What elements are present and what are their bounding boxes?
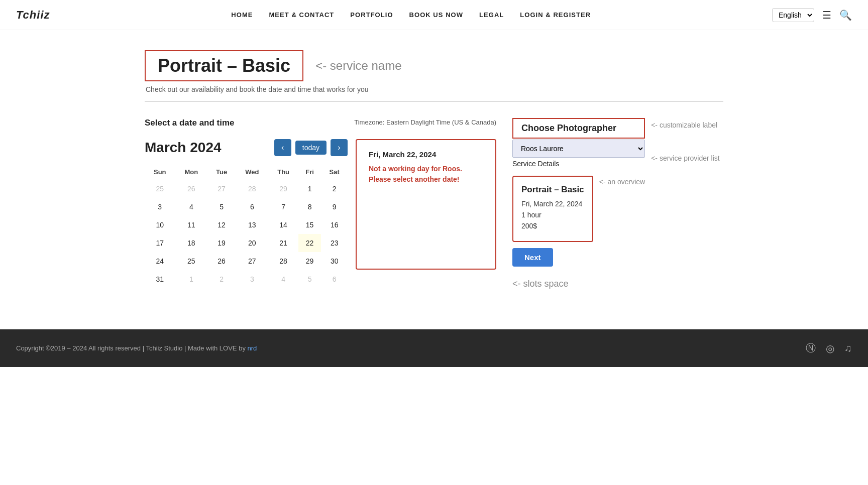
col-sun: Sun [145,164,175,180]
footer-copy: Copyright ©2019 – 2024 All rights reserv… [16,344,257,352]
nav-legal[interactable]: LEGAL [479,11,504,19]
calendar-day[interactable]: 3 [236,270,268,288]
calendar-day[interactable]: 3 [145,198,175,216]
calendar-day[interactable]: 29 [269,180,298,198]
calendar-day[interactable]: 9 [321,198,348,216]
calendar-day[interactable]: 7 [269,198,298,216]
calendar-day[interactable]: 18 [175,234,208,252]
calendar-day[interactable]: 16 [321,216,348,234]
calendar-day[interactable]: 1 [175,270,208,288]
photographer-select[interactable]: Roos Laurore [512,140,645,158]
booking-calendar-wrapper: March 2024 ‹ today › Sun Mon Tue Wed [145,139,496,288]
calendar-day[interactable]: 17 [145,234,175,252]
calendar-day[interactable]: 13 [236,216,268,234]
overview-annotation: <- an overview [599,178,645,186]
nav-login[interactable]: LOGIN & REGISTER [520,11,591,19]
calendar-day[interactable]: 1 [298,180,321,198]
calendar-day[interactable]: 26 [207,252,236,270]
calendar-section: Select a date and time Timezone: Eastern… [145,118,496,288]
instagram-icon[interactable]: ◎ [826,342,834,354]
calendar-day[interactable]: 6 [321,270,348,288]
col-sat: Sat [321,164,348,180]
tiktok-icon[interactable]: ♫ [844,342,852,354]
calendar-day[interactable]: 21 [269,234,298,252]
calendar-day[interactable]: 14 [269,216,298,234]
language-select[interactable]: English French [772,8,814,22]
annotations-col: <- customizable label <- service provide… [651,118,720,162]
calendar-day[interactable]: 8 [298,198,321,216]
calendar-day[interactable]: 28 [236,180,268,198]
page-subtitle: Check out our availability and book the … [146,85,723,93]
slots-annotation: <- slots space [512,279,645,289]
prev-month-button[interactable]: ‹ [274,139,291,156]
search-icon[interactable]: 🔍 [839,9,852,21]
selected-date-panel: Fri, March 22, 2024 Not a working day fo… [356,139,496,270]
calendar-day[interactable]: 28 [269,252,298,270]
divider [145,101,723,102]
calendar-month: March 2024 [145,140,270,156]
next-month-button[interactable]: › [331,139,348,156]
facebook-icon[interactable]: Ⓝ [806,341,816,355]
footer-icons: Ⓝ ◎ ♫ [806,341,852,355]
calendar-day[interactable]: 6 [236,198,268,216]
nav-portfolio[interactable]: PORTFOLIO [350,11,393,19]
selected-date-error: Not a working day for Roos.Please select… [369,164,483,185]
calendar-day[interactable]: 24 [145,252,175,270]
col-tue: Tue [207,164,236,180]
calendar-day[interactable]: 10 [145,216,175,234]
choose-photographer-label: Choose Photographer [512,118,645,139]
photographer-label-row: Choose Photographer Roos Laurore Service… [512,118,723,289]
nav-links: HOME MEET & CONTACT PORTFOLIO BOOK US NO… [231,11,591,19]
calendar-day[interactable]: 2 [207,270,236,288]
col-thu: Thu [269,164,298,180]
nav-meet[interactable]: MEET & CONTACT [269,11,334,19]
next-button[interactable]: Next [512,248,553,267]
service-overview-box: Portrait – Basic Fri, March 22, 2024 1 h… [512,176,593,242]
col-mon: Mon [175,164,208,180]
calendar-day[interactable]: 15 [298,216,321,234]
calendar-day[interactable]: 31 [145,270,175,288]
right-panel-wrapper: Choose Photographer Roos Laurore Service… [512,118,723,289]
calendar-day[interactable]: 25 [145,180,175,198]
calendar-day[interactable]: 4 [175,198,208,216]
calendar-day[interactable]: 22 [298,234,321,252]
photographer-col: Choose Photographer Roos Laurore Service… [512,118,645,289]
calendar-day[interactable]: 25 [175,252,208,270]
calendar-grid: Sun Mon Tue Wed Thu Fri Sat 252627282912… [145,164,348,288]
col-fri: Fri [298,164,321,180]
calendar-day[interactable]: 26 [175,180,208,198]
main-content: Portrait – Basic <- service name Check o… [133,30,735,289]
today-button[interactable]: today [295,141,327,155]
calendar-day[interactable]: 29 [298,252,321,270]
calendar-day[interactable]: 30 [321,252,348,270]
calendar-day[interactable]: 23 [321,234,348,252]
menu-icon[interactable]: ☰ [822,9,831,21]
calendar-day[interactable]: 4 [269,270,298,288]
selected-date-title: Fri, March 22, 2024 [369,150,483,159]
calendar-day[interactable]: 5 [207,198,236,216]
photographer-customizable-annotation: <- customizable label [651,121,720,129]
footer: Copyright ©2019 – 2024 All rights reserv… [0,329,868,367]
timezone-info: Timezone: Eastern Daylight Time (US & Ca… [354,118,496,127]
page-title: Portrait – Basic [145,50,303,81]
calendar-day[interactable]: 19 [207,234,236,252]
calendar-day[interactable]: 5 [298,270,321,288]
calendar-day[interactable]: 2 [321,180,348,198]
section-title: Select a date and time [145,118,235,128]
nav-book[interactable]: BOOK US NOW [409,11,464,19]
booking-area: Select a date and time Timezone: Eastern… [145,118,723,289]
nav-right: English French ☰ 🔍 [772,8,852,22]
overview-title: Portrait – Basic [521,185,584,195]
navbar: Tchiiz HOME MEET & CONTACT PORTFOLIO BOO… [0,0,868,30]
logo[interactable]: Tchiiz [16,9,50,22]
service-details-link[interactable]: Service Details [512,160,645,168]
calendar-day[interactable]: 20 [236,234,268,252]
photographer-list-annotation: <- service provider list [651,154,720,162]
calendar-day[interactable]: 27 [207,180,236,198]
calendar-day[interactable]: 12 [207,216,236,234]
footer-link[interactable]: nrd [248,344,257,352]
calendar-day[interactable]: 11 [175,216,208,234]
page-title-annotation: <- service name [315,59,401,73]
nav-home[interactable]: HOME [231,11,253,19]
calendar-day[interactable]: 27 [236,252,268,270]
